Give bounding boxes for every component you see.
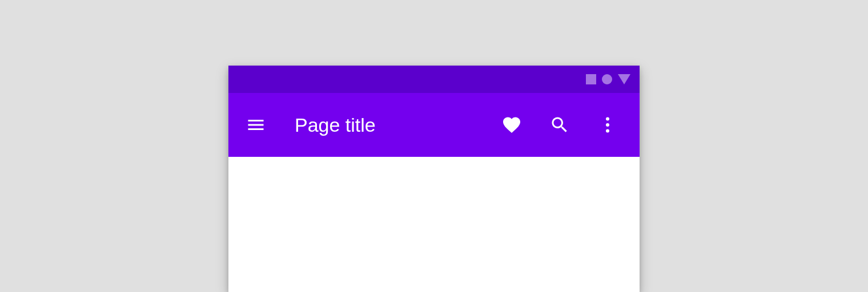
svg-rect-0 <box>248 120 264 121</box>
square-icon <box>586 74 596 84</box>
app-bar: Page title <box>228 93 640 157</box>
content-area <box>228 157 640 292</box>
page-title: Page title <box>295 114 376 136</box>
svg-rect-1 <box>248 124 264 126</box>
system-status-bar <box>228 66 640 93</box>
favorite-button[interactable] <box>498 111 525 139</box>
svg-point-3 <box>606 117 609 121</box>
svg-point-4 <box>606 123 609 127</box>
overflow-menu-button[interactable] <box>594 111 621 139</box>
heart-icon <box>501 115 522 135</box>
search-button[interactable] <box>546 111 573 139</box>
svg-rect-2 <box>248 128 264 130</box>
more-vert-icon <box>597 115 618 135</box>
app-bar-actions <box>498 111 626 139</box>
triangle-down-icon <box>618 74 630 84</box>
menu-button[interactable] <box>242 111 270 139</box>
title-area: Page title <box>270 114 498 136</box>
circle-icon <box>602 74 612 84</box>
svg-point-5 <box>606 129 609 133</box>
device-frame: Page title <box>228 66 640 292</box>
search-icon <box>549 115 570 135</box>
menu-icon <box>246 115 266 135</box>
